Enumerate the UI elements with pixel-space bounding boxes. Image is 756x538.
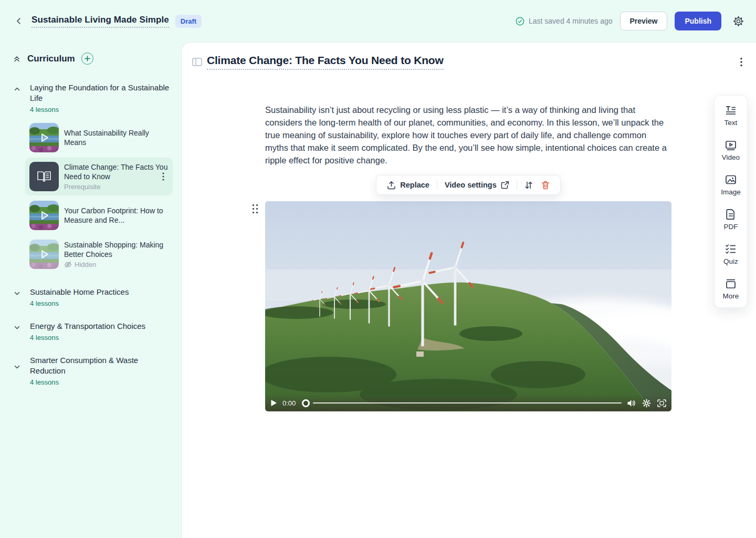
palette-label: Image [721, 188, 741, 196]
publish-button[interactable]: Publish [675, 12, 721, 30]
collapse-all-icon[interactable] [13, 55, 21, 63]
chevron-down-icon [14, 324, 20, 331]
panel-left-icon [192, 58, 202, 66]
delete-block-button[interactable] [537, 181, 554, 190]
chevron-up-icon [14, 86, 20, 92]
lesson-reading-thumbnail [29, 162, 59, 191]
lesson-item-sustainable-shopping[interactable]: Sustainable Shopping: Making Better Choi… [25, 235, 173, 273]
settings-button[interactable] [730, 13, 747, 29]
plus-icon [85, 56, 90, 61]
lesson-item-what-sustainability[interactable]: What Sustainability Really Means [25, 119, 173, 157]
save-status-text: Last saved 4 minutes ago [529, 17, 613, 25]
lesson-item-climate-change[interactable]: Climate Change: The Facts You Need to Kn… [25, 158, 173, 195]
scrubber-handle[interactable] [302, 399, 310, 407]
gear-icon [642, 399, 651, 408]
palette-label: PDF [724, 223, 738, 231]
add-pdf-block-button[interactable]: PDF [724, 208, 738, 231]
lesson-prerequisite-label: Prerequisite [64, 183, 169, 191]
check-circle-icon [516, 17, 524, 26]
lesson-list: What Sustainability Really Means [0, 119, 181, 273]
lesson-menu-button[interactable] [738, 55, 744, 69]
add-image-block-button[interactable]: Image [721, 173, 741, 196]
lesson-video-thumbnail [29, 123, 59, 152]
video-player[interactable]: 0:00 [265, 201, 671, 411]
video-block: 0:00 [265, 201, 671, 411]
palette-label: More [723, 292, 739, 300]
section-title: Sustainable Home Practices [30, 287, 129, 297]
course-builder-app: Sustainable Living Made Simple Draft Las… [0, 0, 756, 538]
eye-off-icon [64, 261, 72, 268]
chevron-down-icon [14, 290, 20, 297]
lesson-video-thumbnail [29, 201, 59, 230]
play-icon [38, 249, 50, 260]
section-title: Smarter Consumption & Waste Reduction [30, 355, 151, 376]
toolbar-divider [517, 180, 517, 190]
top-bar: Sustainable Living Made Simple Draft Las… [0, 0, 756, 42]
pdf-block-icon [724, 208, 737, 221]
external-link-icon [501, 181, 509, 189]
fullscreen-button[interactable] [657, 399, 666, 407]
section-home-practices: Sustainable Home Practices 4 lessons [0, 287, 181, 307]
chevron-down-icon [14, 364, 20, 370]
more-blocks-icon [724, 277, 737, 290]
add-section-button[interactable] [81, 53, 93, 65]
lesson-paragraph[interactable]: Sustainability isn’t just about recyclin… [265, 104, 671, 167]
curriculum-sidebar: Curriculum Laying the Foundation for a S… [0, 42, 181, 538]
add-text-block-button[interactable]: Text [724, 104, 738, 127]
add-quiz-block-button[interactable]: Quiz [723, 243, 738, 265]
palette-label: Video [722, 153, 740, 161]
video-controls-bar: 0:00 [265, 395, 671, 411]
section-list: Laying the Foundation for a Sustainable … [0, 82, 181, 386]
text-block-icon [724, 104, 737, 117]
play-icon [270, 399, 277, 407]
fullscreen-icon [657, 399, 666, 407]
preview-button[interactable]: Preview [620, 12, 668, 30]
block-palette: Text Video Image PDF [714, 95, 748, 308]
section-header[interactable]: Laying the Foundation for a Sustainable … [0, 82, 181, 113]
wind-turbine-video-frame [265, 201, 671, 411]
lesson-item-carbon-footprint[interactable]: Your Carbon Footprint: How to Measure an… [25, 196, 173, 234]
lesson-title: Sustainable Shopping: Making Better Choi… [64, 240, 169, 259]
palette-label: Quiz [723, 257, 738, 265]
play-icon [38, 132, 50, 143]
video-block-icon [724, 139, 737, 151]
open-book-icon [37, 170, 51, 183]
drag-handle-icon[interactable] [253, 204, 260, 214]
kebab-icon [740, 57, 742, 67]
play-icon [38, 210, 50, 221]
volume-button[interactable] [627, 399, 636, 407]
curriculum-title: Curriculum [27, 54, 75, 64]
section-lesson-count: 4 lessons [30, 334, 145, 342]
lesson-title: Your Carbon Footprint: How to Measure an… [64, 206, 169, 225]
video-block-toolbar: Replace Video settings [376, 175, 560, 195]
video-settings-button[interactable]: Video settings [440, 181, 513, 189]
section-header[interactable]: Smarter Consumption & Waste Reduction 4 … [0, 355, 181, 386]
add-video-block-button[interactable]: Video [722, 139, 740, 161]
lesson-title: Climate Change: The Facts You Need to Kn… [64, 162, 169, 181]
toggle-sidebar-button[interactable] [191, 56, 203, 68]
replace-video-button[interactable]: Replace [383, 181, 434, 190]
section-lesson-count: 4 lessons [30, 106, 171, 113]
image-block-icon [724, 173, 737, 186]
toolbar-divider [437, 180, 437, 190]
section-foundation: Laying the Foundation for a Sustainable … [0, 82, 181, 273]
course-title[interactable]: Sustainable Living Made Simple [32, 15, 169, 28]
volume-icon [627, 399, 636, 407]
section-header[interactable]: Energy & Transportation Choices 4 lesson… [0, 321, 181, 342]
lesson-content: Sustainability isn’t just about recyclin… [265, 104, 671, 411]
section-header[interactable]: Sustainable Home Practices 4 lessons [0, 287, 181, 307]
video-quality-button[interactable] [642, 399, 651, 408]
palette-label: Text [724, 119, 738, 127]
lesson-header: Climate Change: The Facts You Need to Kn… [182, 43, 756, 70]
scrubber-track[interactable] [313, 402, 622, 404]
lesson-menu-button[interactable] [160, 170, 166, 183]
back-button[interactable] [12, 14, 26, 28]
lesson-page-title[interactable]: Climate Change: The Facts You Need to Kn… [207, 54, 444, 70]
lesson-editor-panel: Climate Change: The Facts You Need to Kn… [181, 42, 756, 538]
curriculum-header: Curriculum [0, 53, 181, 65]
more-blocks-button[interactable]: More [723, 277, 739, 300]
move-block-button[interactable] [520, 181, 537, 190]
save-status: Last saved 4 minutes ago [516, 17, 613, 26]
lesson-title: What Sustainability Really Means [64, 128, 169, 147]
play-button[interactable] [270, 399, 277, 407]
